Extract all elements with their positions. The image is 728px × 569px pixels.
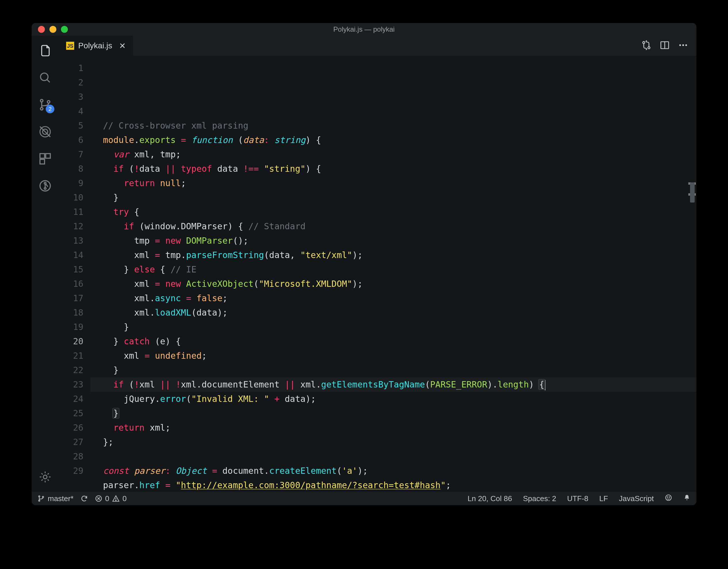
line-number: 16: [59, 277, 83, 291]
line-number: 5: [59, 118, 83, 133]
status-encoding[interactable]: UTF-8: [567, 494, 589, 503]
code-line[interactable]: }: [93, 363, 696, 378]
svg-point-16: [643, 41, 645, 43]
activity-source-control[interactable]: 2: [38, 98, 52, 112]
line-number: 13: [59, 233, 83, 248]
tab-label: Polykai.js: [78, 41, 112, 50]
code-line[interactable]: }: [93, 320, 696, 334]
line-number: 8: [59, 162, 83, 176]
code-line[interactable]: }: [93, 190, 696, 205]
code-line[interactable]: };: [93, 435, 696, 449]
code-line[interactable]: try {: [93, 205, 696, 219]
line-number: 17: [59, 291, 83, 306]
svg-point-30: [116, 500, 116, 501]
line-number: 18: [59, 306, 83, 320]
line-number: 20: [59, 334, 83, 349]
code-line[interactable]: xml.async = false;: [93, 291, 696, 306]
svg-rect-8: [40, 154, 45, 158]
compare-changes-button[interactable]: [641, 40, 652, 51]
traffic-lights: [32, 26, 68, 33]
svg-line-1: [47, 79, 50, 82]
activity-extensions[interactable]: [38, 152, 52, 166]
status-branch[interactable]: master*: [37, 494, 74, 503]
code-line[interactable]: if (!xml || !xml.documentElement || xml.…: [93, 378, 696, 392]
svg-point-24: [39, 500, 40, 501]
code-line[interactable]: }: [93, 406, 696, 421]
window-close-button[interactable]: [38, 26, 45, 33]
code-line[interactable]: return xml;: [93, 421, 696, 435]
status-notifications[interactable]: [683, 494, 691, 503]
svg-rect-10: [40, 159, 45, 164]
line-number: 7: [59, 147, 83, 162]
status-problems[interactable]: 0 0: [95, 494, 127, 503]
svg-point-25: [42, 496, 43, 497]
code-line[interactable]: return null;: [93, 176, 696, 190]
code-line[interactable]: xml = tmp.parseFromString(data, "text/xm…: [93, 248, 696, 262]
svg-point-33: [669, 497, 670, 497]
activity-search[interactable]: [38, 71, 52, 85]
svg-point-0: [41, 73, 48, 80]
code-line[interactable]: var xml, tmp;: [93, 147, 696, 162]
tab-close-button[interactable]: ✕: [119, 41, 126, 51]
line-number: 12: [59, 219, 83, 233]
activity-bar: 2: [32, 36, 59, 492]
code-line[interactable]: jQuery.error("Invalid XML: " + data);: [93, 392, 696, 406]
status-cursor-position[interactable]: Ln 20, Col 86: [468, 494, 512, 503]
activity-settings[interactable]: [38, 470, 52, 484]
line-number: 11: [59, 205, 83, 219]
more-actions-button[interactable]: [678, 40, 688, 51]
line-number: 10: [59, 190, 83, 205]
code-area[interactable]: // Cross-browser xml parsing module.expo…: [90, 56, 696, 492]
text-editor[interactable]: 1234567891011121314151617181920212223242…: [59, 56, 696, 492]
code-line[interactable]: [93, 104, 696, 118]
git-circle-icon: [38, 179, 52, 193]
gear-icon: [38, 470, 52, 484]
window-minimize-button[interactable]: [49, 26, 56, 33]
editor-group: JS Polykai.js ✕: [59, 36, 696, 492]
activity-explorer[interactable]: [38, 44, 52, 57]
window-title: Polykai.js — polykai: [32, 25, 696, 33]
bell-icon: [683, 494, 691, 501]
activity-git-graph[interactable]: [38, 179, 52, 193]
svg-point-31: [666, 495, 671, 501]
svg-point-21: [682, 44, 684, 46]
status-feedback[interactable]: [665, 494, 672, 503]
split-horizontal-icon: [660, 40, 670, 50]
line-number: 2: [59, 75, 83, 90]
code-line[interactable]: tmp = new DOMParser();: [93, 233, 696, 248]
code-line[interactable]: } catch (e) {: [93, 334, 696, 349]
status-bar: master* 0 0 Ln 20, Col 86 Spaces: 2 UTF-…: [32, 492, 696, 505]
code-line[interactable]: if (!data || typeof data !== "string") {: [93, 162, 696, 176]
line-number: 15: [59, 262, 83, 277]
status-language[interactable]: JavaScript: [619, 494, 654, 503]
code-line[interactable]: parser.href = "http://example.com:3000/p…: [93, 478, 696, 492]
activity-debug[interactable]: [38, 125, 52, 139]
split-editor-button[interactable]: [660, 40, 670, 51]
bug-icon: [38, 125, 52, 139]
code-line[interactable]: xml = undefined;: [93, 349, 696, 363]
window-zoom-button[interactable]: [61, 26, 68, 33]
status-sync[interactable]: [81, 495, 88, 502]
branch-icon: [37, 495, 45, 502]
svg-point-17: [648, 47, 650, 49]
code-line[interactable]: const parser: Object = document.createEl…: [93, 464, 696, 478]
line-number: 9: [59, 176, 83, 190]
line-number: 6: [59, 133, 83, 147]
code-line[interactable]: if (window.DOMParser) { // Standard: [93, 219, 696, 233]
line-number: 14: [59, 248, 83, 262]
tab-polykai-js[interactable]: JS Polykai.js ✕: [59, 36, 133, 56]
status-indentation[interactable]: Spaces: 2: [523, 494, 556, 503]
line-number: 23: [59, 378, 83, 392]
code-line[interactable]: // Cross-browser xml parsing: [93, 118, 696, 133]
code-line[interactable]: module.exports = function (data: string)…: [93, 133, 696, 147]
code-line[interactable]: [93, 449, 696, 464]
status-eol[interactable]: LF: [599, 494, 608, 503]
js-file-icon: JS: [66, 42, 74, 50]
warning-icon: [112, 495, 120, 502]
code-line[interactable]: xml.loadXML(data);: [93, 306, 696, 320]
code-line[interactable]: xml = new ActiveXObject("Microsoft.XMLDO…: [93, 277, 696, 291]
code-line[interactable]: } else { // IE: [93, 262, 696, 277]
tab-bar: JS Polykai.js ✕: [59, 36, 696, 56]
line-number: 24: [59, 392, 83, 406]
line-number-gutter: 1234567891011121314151617181920212223242…: [59, 56, 90, 492]
